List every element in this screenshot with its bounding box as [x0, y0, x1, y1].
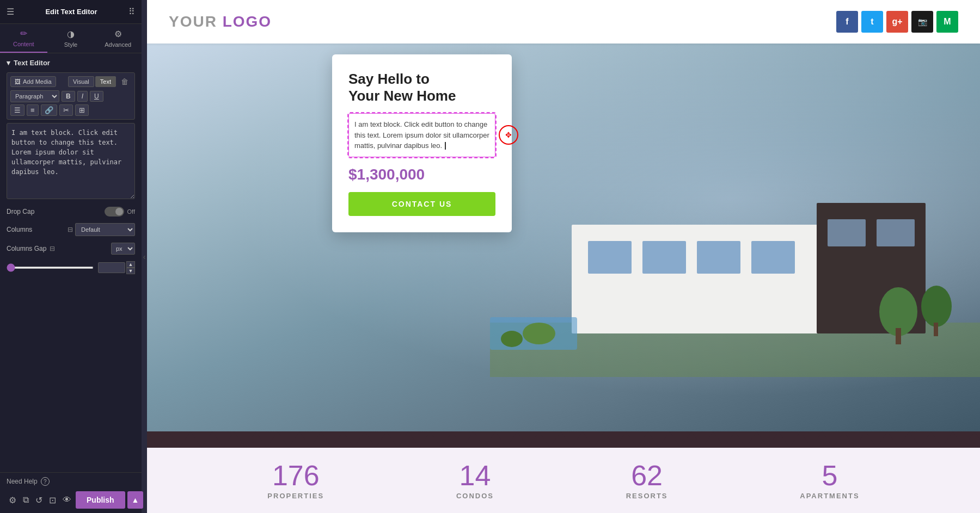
panel-resize-handle[interactable]	[142, 0, 147, 513]
tab-content-label: Content	[13, 41, 34, 47]
tab-style[interactable]: ◑ Style	[47, 24, 95, 53]
stepper-down[interactable]: ▼	[126, 268, 135, 274]
facebook-button[interactable]: f	[836, 11, 858, 33]
publish-button[interactable]: Publish	[76, 491, 125, 509]
svg-rect-3	[588, 241, 632, 274]
email-button[interactable]: M	[936, 11, 958, 33]
drag-circle[interactable]	[499, 125, 518, 145]
gap-number-input[interactable]	[98, 262, 125, 273]
help-icon: ?	[41, 477, 50, 486]
grid-icon[interactable]: ⠿	[128, 7, 135, 17]
svg-rect-5	[697, 241, 740, 274]
panel-tabs: ✏ Content ◑ Style ⚙ Advanced	[0, 24, 142, 53]
columns-icon: ⊟	[68, 226, 73, 233]
tab-advanced[interactable]: ⚙ Advanced	[94, 24, 142, 53]
stat-label-properties: PROPERTIES	[267, 492, 324, 500]
stat-number-apartments: 5	[822, 461, 837, 490]
style-tab-icon: ◑	[67, 29, 75, 39]
columns-row: Columns ⊟ Default 1 2 3	[7, 223, 135, 236]
bold-button[interactable]: B	[62, 91, 75, 102]
advanced-tab-icon: ⚙	[114, 29, 122, 39]
main-content: YOUR LOGO f t g+ 📷 M	[147, 0, 980, 513]
drop-cap-toggle[interactable]: Off	[105, 207, 135, 217]
card-text-block[interactable]: I am text block. Click edit button to ch…	[348, 113, 495, 157]
house-illustration	[490, 159, 980, 377]
columns-select-wrapper: ⊟ Default 1 2 3	[68, 223, 135, 236]
svg-rect-13	[934, 323, 938, 336]
drop-cap-label: Drop Cap	[7, 208, 34, 215]
logo-text-2: LOGO	[223, 13, 272, 30]
add-media-button[interactable]: 🖼 Add Media	[10, 76, 56, 87]
panel-header: ☰ Edit Text Editor ⠿	[0, 0, 142, 24]
site-header: YOUR LOGO f t g+ 📷 M	[147, 0, 980, 44]
layers-icon-btn[interactable]: ⧉	[21, 493, 31, 507]
columns-gap-row: Columns Gap ⊟ px ▾ em %	[7, 243, 135, 255]
editor-toolbar: 🖼 Add Media Visual Text 🗑 Paragraph B I …	[7, 72, 135, 120]
format-select[interactable]: Paragraph	[10, 90, 59, 102]
toggle-label: Off	[127, 208, 135, 215]
content-tab-icon: ✏	[20, 28, 27, 39]
view-toggle: Visual Text	[68, 76, 116, 87]
link-button[interactable]: 🔗	[41, 104, 57, 116]
panel-content: ▾ Text Editor 🖼 Add Media Visual Text 🗑 …	[0, 53, 142, 472]
unlink-button[interactable]: ✂	[59, 104, 73, 116]
toggle-track[interactable]	[105, 207, 124, 217]
format-row: Paragraph B I U	[10, 90, 131, 102]
need-help-label: Need Help	[7, 478, 38, 485]
contact-us-button[interactable]: CONTACT US	[348, 192, 495, 216]
footer-actions: ⚙ ⧉ ↺ ⊡ 👁 Publish ▲	[7, 491, 135, 509]
list-row: ☰ ≡ 🔗 ✂ ⊞	[10, 104, 131, 116]
svg-rect-6	[751, 241, 795, 274]
add-media-label: Add Media	[23, 78, 52, 85]
ordered-list-button[interactable]: ≡	[27, 104, 39, 116]
need-help-link[interactable]: Need Help ?	[7, 477, 135, 486]
logo-text-1: YOUR	[169, 13, 223, 30]
responsive-icon-btn[interactable]: ⊡	[47, 493, 58, 508]
gap-stepper[interactable]: ▲ ▼	[126, 261, 135, 274]
table-button[interactable]: ⊞	[75, 104, 89, 116]
text-cursor	[445, 142, 446, 150]
delete-button[interactable]: 🗑	[118, 76, 131, 87]
settings-icon-btn[interactable]: ⚙	[7, 493, 19, 508]
instagram-button[interactable]: 📷	[911, 11, 933, 33]
googleplus-button[interactable]: g+	[886, 11, 908, 33]
svg-rect-4	[642, 241, 686, 274]
twitter-button[interactable]: t	[861, 11, 883, 33]
card-title: Say Hello to Your New Home	[348, 71, 495, 104]
editor-textarea[interactable]: I am text block. Click edit button to ch…	[7, 123, 135, 199]
underline-button[interactable]: U	[90, 91, 103, 102]
hamburger-icon[interactable]: ☰	[7, 7, 14, 17]
preview-icon-btn[interactable]: 👁	[60, 493, 74, 507]
card-price: $1,300,000	[348, 166, 495, 183]
columns-select[interactable]: Default 1 2 3	[75, 223, 135, 236]
expand-button[interactable]: ▲	[127, 491, 144, 509]
stat-label-apartments: APARTMENTS	[800, 492, 859, 500]
stat-number-properties: 176	[272, 461, 320, 490]
stat-item-properties: 176 PROPERTIES	[267, 461, 324, 500]
stat-label-condos: CONDOS	[456, 492, 494, 500]
gap-range-slider[interactable]	[7, 267, 94, 269]
unit-select[interactable]: px ▾ em %	[111, 243, 135, 255]
text-btn[interactable]: Text	[95, 76, 116, 87]
italic-button[interactable]: I	[77, 91, 88, 102]
social-icons: f t g+ 📷 M	[836, 11, 958, 33]
hero-section: Say Hello to Your New Home I am text blo…	[147, 44, 980, 431]
stat-item-condos: 14 CONDOS	[456, 461, 494, 500]
section-label: Text Editor	[14, 59, 50, 67]
panel-footer: Need Help ? ⚙ ⧉ ↺ ⊡ 👁 Publish ▲	[0, 472, 142, 513]
svg-point-15	[501, 331, 523, 347]
section-header[interactable]: ▾ Text Editor	[7, 59, 135, 67]
toggle-thumb	[115, 208, 123, 215]
tab-content[interactable]: ✏ Content	[0, 24, 47, 53]
svg-rect-8	[877, 219, 915, 246]
panel-title: Edit Text Editor	[45, 8, 97, 16]
stat-item-resorts: 62 RESORTS	[626, 461, 668, 500]
columns-gap-icon: ⊟	[50, 245, 55, 252]
unordered-list-button[interactable]: ☰	[10, 104, 24, 116]
visual-btn[interactable]: Visual	[68, 76, 94, 87]
svg-rect-11	[896, 328, 901, 344]
stat-label-resorts: RESORTS	[626, 492, 668, 500]
drop-cap-row: Drop Cap Off	[7, 207, 135, 217]
history-icon-btn[interactable]: ↺	[33, 493, 45, 508]
stepper-up[interactable]: ▲	[126, 261, 135, 268]
